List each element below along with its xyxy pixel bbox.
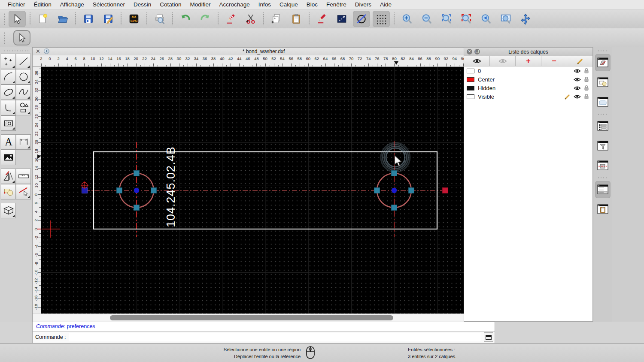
- command-dock-button[interactable]: [484, 332, 493, 342]
- svg-export-button[interactable]: SVG: [125, 11, 143, 27]
- zoom-window-button[interactable]: [497, 11, 514, 27]
- layer-color-swatch[interactable]: [467, 94, 474, 99]
- dock-drag-handle[interactable]: [597, 50, 608, 52]
- text-tool[interactable]: A: [1, 134, 16, 150]
- pan-button[interactable]: [517, 11, 534, 27]
- zoom-auto-button[interactable]: [438, 11, 455, 27]
- dock-command-line-button[interactable]: [595, 181, 611, 198]
- polygon-tool[interactable]: [16, 100, 31, 115]
- select-arrow-button[interactable]: [9, 11, 26, 27]
- block-tool[interactable]: [1, 184, 16, 199]
- layer-row-visible[interactable]: Visible: [464, 92, 592, 101]
- save-button[interactable]: [80, 11, 97, 27]
- selection-tool-button[interactable]: [13, 30, 30, 45]
- panel-close-button[interactable]: ✕: [467, 49, 472, 54]
- toolbar-drag-handle[interactable]: [3, 32, 6, 44]
- circle-tool[interactable]: [16, 69, 31, 84]
- layer-visible-icon[interactable]: [574, 86, 581, 90]
- dock-library-browser-button[interactable]: [595, 94, 611, 111]
- horizontal-scrollbar-thumb[interactable]: [110, 315, 393, 320]
- menu-selectionner[interactable]: Sélectionner: [88, 1, 129, 8]
- menu-fichier[interactable]: Fichier: [3, 1, 30, 8]
- arc-tool[interactable]: [1, 69, 16, 84]
- dock-wall-button[interactable]: [595, 157, 611, 174]
- menu-calque[interactable]: Calque: [275, 1, 302, 8]
- menu-accrochage[interactable]: Accrochage: [215, 1, 254, 8]
- zoom-selected-button[interactable]: [458, 11, 475, 27]
- command-input[interactable]: [69, 333, 480, 341]
- dock-block-list-button[interactable]: [595, 74, 611, 91]
- solid-3d-tool[interactable]: [1, 203, 16, 218]
- toolbar-drag-handle[interactable]: [3, 13, 6, 25]
- menu-bloc[interactable]: Bloc: [302, 1, 322, 8]
- modify-tool[interactable]: [1, 169, 16, 184]
- image-tool[interactable]: [1, 150, 16, 165]
- menu-aide[interactable]: Aide: [376, 1, 396, 8]
- drawing-canvas[interactable]: 104.245.02.4B: [41, 67, 489, 314]
- paste-button[interactable]: [288, 11, 305, 27]
- menu-dessin[interactable]: Dessin: [129, 1, 155, 8]
- dock-filter-button[interactable]: [595, 137, 611, 154]
- cut-button[interactable]: [242, 11, 259, 27]
- layer-visible-icon[interactable]: [574, 94, 581, 99]
- menu-infos[interactable]: Infos: [254, 1, 275, 8]
- layer-visible-icon[interactable]: [574, 69, 581, 73]
- layer-list-panel: ✕ ❐ Liste des calques +: [464, 47, 593, 322]
- menu-affichage[interactable]: Affichage: [56, 1, 88, 8]
- properties-button[interactable]: [333, 11, 350, 27]
- measure-tool[interactable]: [16, 169, 31, 184]
- layer-lock-icon[interactable]: [584, 85, 589, 91]
- show-all-layers-button[interactable]: [464, 56, 490, 66]
- dock-entity-list-button[interactable]: [595, 118, 611, 135]
- remove-layer-button[interactable]: −: [541, 56, 567, 66]
- hatch-tool[interactable]: [1, 115, 16, 131]
- save-as-button[interactable]: [100, 11, 117, 27]
- delete-button[interactable]: [222, 11, 240, 27]
- undo-button[interactable]: [177, 11, 194, 27]
- menu-cotation[interactable]: Cotation: [155, 1, 185, 8]
- zoom-out-button[interactable]: [418, 11, 435, 27]
- menu-edition[interactable]: Édition: [30, 1, 56, 8]
- zoom-in-button[interactable]: [398, 11, 416, 27]
- edit-layer-button[interactable]: [567, 56, 592, 66]
- ruler-tick: [158, 65, 158, 66]
- ruler-tick: [118, 63, 119, 66]
- horizontal-scrollbar[interactable]: [33, 314, 475, 322]
- open-file-button[interactable]: [54, 11, 71, 27]
- add-layer-button[interactable]: +: [516, 56, 541, 66]
- layer-lock-icon[interactable]: [584, 68, 589, 74]
- new-file-button[interactable]: [34, 11, 52, 27]
- grid-toggle-button[interactable]: [373, 11, 390, 27]
- command-history: Commande: preferences: [33, 322, 495, 332]
- layer-lock-icon[interactable]: [584, 76, 589, 82]
- menu-modifier[interactable]: Modifier: [185, 1, 215, 8]
- layer-row-center[interactable]: Center: [464, 75, 592, 84]
- layer-row-0[interactable]: 0: [464, 66, 592, 75]
- menu-divers[interactable]: Divers: [351, 1, 376, 8]
- line-tool[interactable]: [16, 54, 31, 69]
- panel-float-button[interactable]: ❐: [474, 49, 480, 54]
- hide-all-layers-button[interactable]: [490, 56, 516, 66]
- layer-row-hidden[interactable]: Hidden: [464, 84, 592, 92]
- layer-visible-icon[interactable]: [574, 77, 581, 82]
- draft-mode-button[interactable]: [353, 11, 370, 27]
- layer-color-swatch[interactable]: [467, 86, 474, 90]
- redo-button[interactable]: [197, 11, 214, 27]
- menu-fenetre[interactable]: Fenêtre: [322, 1, 351, 8]
- dock-layer-list-button[interactable]: [595, 54, 611, 71]
- print-preview-button[interactable]: [151, 11, 168, 27]
- zoom-previous-button[interactable]: [477, 11, 495, 27]
- spline-tool[interactable]: [16, 84, 31, 100]
- pen-edit-button[interactable]: [313, 11, 331, 27]
- palette-drag-handle[interactable]: [3, 50, 29, 52]
- layer-lock-icon[interactable]: [584, 94, 589, 100]
- points-tool[interactable]: [1, 54, 16, 69]
- trim-tool[interactable]: [16, 184, 31, 199]
- polyline-tool[interactable]: [1, 100, 16, 115]
- ellipse-tool[interactable]: [1, 84, 16, 100]
- layer-color-swatch[interactable]: [467, 69, 474, 73]
- dimension-tool[interactable]: [16, 134, 31, 150]
- layer-color-swatch[interactable]: [467, 77, 474, 82]
- copy-button[interactable]: [268, 11, 285, 27]
- dock-clipboard-button[interactable]: [595, 201, 611, 218]
